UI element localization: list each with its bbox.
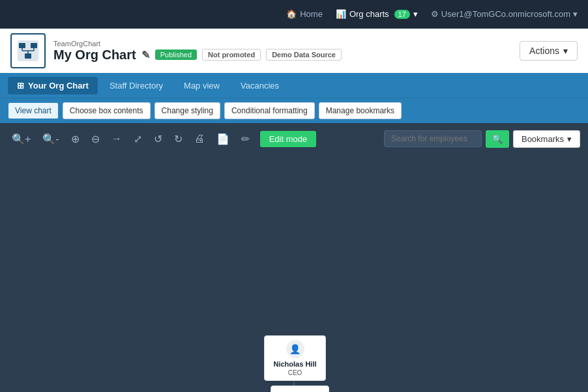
home-link[interactable]: 🏠 Home: [286, 9, 323, 19]
pen-button[interactable]: ✏: [237, 130, 254, 148]
tab-bar: ⊞ Your Org Chart Staff Directory Map vie…: [0, 73, 588, 98]
conditional-formatting-button[interactable]: Conditional formatting: [224, 102, 315, 119]
app-title-row: My Org Chart ✎ Published Not promoted De…: [53, 48, 342, 63]
top-header: 🏠 Home 📊 Org charts 17 ▾ ⚙ User1@TomGCo.…: [0, 0, 588, 29]
expand-all-button[interactable]: ⊕: [67, 130, 83, 148]
move-button[interactable]: →: [108, 130, 126, 147]
toolbar: View chart Choose box contents Change st…: [0, 98, 588, 123]
choose-box-contents-button[interactable]: Choose box contents: [63, 102, 151, 119]
bookmarks-label: Bookmarks: [522, 134, 564, 144]
home-label: Home: [300, 9, 323, 19]
export-button[interactable]: 📄: [213, 130, 233, 148]
view-chart-button[interactable]: View chart: [8, 102, 59, 119]
tab-your-org-chart[interactable]: ⊞ Your Org Chart: [8, 77, 98, 94]
org-chart: 👤 Nicholas Hill CEO Ruby Stream Team Ass…: [0, 154, 588, 392]
svg-rect-3: [25, 53, 31, 59]
tab-staff-directory[interactable]: Staff Directory: [100, 77, 172, 94]
app-title-area: TeamOrgChart My Org Chart ✎ Published No…: [53, 40, 342, 63]
ceo-title: CEO: [288, 369, 302, 376]
manage-bookmarks-button[interactable]: Manage bookmarks: [319, 102, 402, 119]
chart-header: 🔍+ 🔍- ⊕ ⊖ → ⤢ ↺ ↻ 🖨 📄 ✏ Edit mode 🔍 Book…: [0, 123, 588, 154]
home-icon: 🏠: [286, 9, 297, 19]
zoom-out-button[interactable]: 🔍-: [38, 130, 63, 148]
fullscreen-button[interactable]: ⤢: [130, 130, 146, 148]
tab-map-view[interactable]: Map view: [175, 77, 229, 94]
tab-your-org-chart-label: Your Org Chart: [28, 81, 89, 91]
tab-vacancies-label: Vacancies: [241, 81, 279, 91]
bookmarks-button[interactable]: Bookmarks ▾: [513, 130, 580, 148]
org-charts-chevron: ▾: [413, 9, 418, 19]
org-charts-label: Org charts: [349, 9, 389, 19]
svg-rect-1: [19, 43, 25, 48]
chart-canvas: 👤 Nicholas Hill CEO Ruby Stream Team Ass…: [0, 154, 588, 392]
org-charts-badge: 17: [394, 10, 410, 19]
badge-not-promoted[interactable]: Not promoted: [202, 49, 261, 61]
svg-rect-2: [31, 43, 37, 48]
collapse-all-button[interactable]: ⊖: [87, 130, 104, 148]
ceo-node[interactable]: 👤 Nicholas Hill CEO: [264, 335, 326, 381]
app-subtitle: TeamOrgChart: [53, 40, 342, 48]
ceo-avatar: 👤: [286, 340, 304, 358]
app-title-text: My Org Chart: [53, 48, 136, 63]
change-styling-button[interactable]: Change styling: [154, 102, 220, 119]
bookmarks-chevron: ▾: [567, 134, 572, 144]
title-edit-icon[interactable]: ✎: [141, 49, 150, 61]
search-area: 🔍 Bookmarks ▾: [384, 130, 580, 148]
org-charts-link[interactable]: 📊 Org charts 17 ▾: [336, 9, 418, 19]
user-label: User1@TomGCo.onmicrosoft.com: [441, 9, 570, 19]
ceo-name: Nicholas Hill: [273, 360, 316, 368]
search-input[interactable]: [384, 130, 482, 147]
badge-published[interactable]: Published: [155, 49, 197, 60]
user-icon: ⚙: [431, 9, 439, 19]
edit-mode-button[interactable]: Edit mode: [260, 131, 317, 147]
zoom-in-button[interactable]: 🔍+: [8, 130, 35, 148]
app-logo: [10, 33, 46, 68]
app-header: TeamOrgChart My Org Chart ✎ Published No…: [0, 29, 588, 73]
tab-vacancies[interactable]: Vacancies: [231, 77, 288, 94]
search-button[interactable]: 🔍: [486, 130, 509, 148]
tab-map-view-label: Map view: [184, 81, 220, 91]
tab-your-org-chart-icon: ⊞: [17, 81, 24, 91]
actions-chevron: ▾: [563, 46, 568, 56]
app-logo-svg: [16, 39, 40, 63]
user-menu[interactable]: ⚙ User1@TomGCo.onmicrosoft.com ▾: [431, 9, 578, 19]
actions-button[interactable]: Actions ▾: [520, 41, 578, 61]
team-assistant-node[interactable]: Ruby Stream Team Assistant: [271, 385, 329, 392]
user-chevron: ▾: [573, 9, 578, 19]
redo-button[interactable]: ↻: [170, 130, 186, 148]
badge-demo-data[interactable]: Demo Data Source: [266, 49, 342, 61]
top-nav: 🏠 Home 📊 Org charts 17 ▾ ⚙ User1@TomGCo.…: [286, 9, 578, 19]
tab-staff-directory-label: Staff Directory: [110, 81, 163, 91]
undo-button[interactable]: ↺: [150, 130, 166, 148]
print-button[interactable]: 🖨: [190, 130, 209, 147]
org-charts-icon: 📊: [336, 9, 346, 19]
actions-label: Actions: [529, 46, 559, 56]
